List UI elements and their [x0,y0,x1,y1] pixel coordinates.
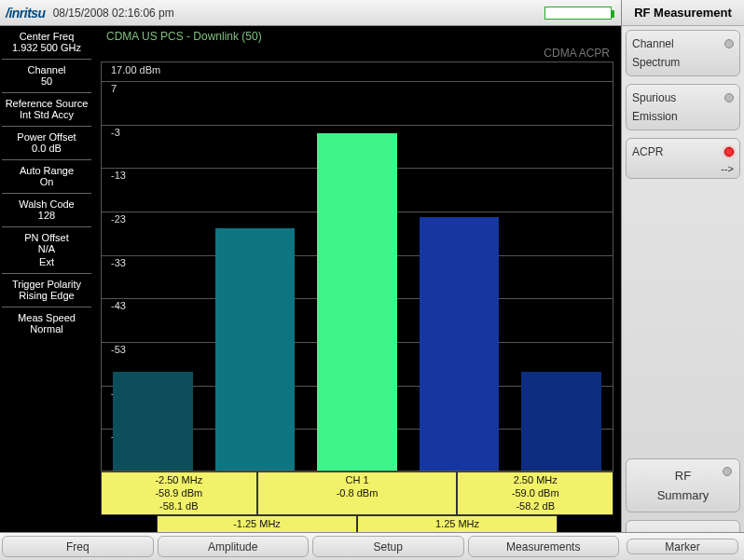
param-reference-source: Reference SourceInt Std Accy [0,93,93,126]
param-power-offset: Power Offset0.0 dB [0,127,93,159]
bottom-menu-right: Marker [621,532,744,560]
bar--2.50 MHz [113,372,192,471]
summary-label: Summary [632,488,734,502]
param-auto-range: Auto RangeOn [0,160,93,193]
channel-label: Channel [632,37,674,50]
bar-CH 1 [317,133,396,471]
amplitude-button[interactable]: Amplitude [158,536,310,557]
param-walsh-code: Walsh Code128 [0,194,93,226]
datetime-label: 08/15/2008 02:16:06 pm [53,7,544,20]
acpr-button[interactable]: ACPR --> [626,138,740,179]
led-icon [724,39,734,48]
chart: 17.00 dBm 7-3-13-23-33-43-53-63-73 [101,61,613,471]
spectrum-label: Spectrum [632,56,680,69]
freq-button[interactable]: Freq [2,536,154,557]
rf-summary-button[interactable]: RF Summary [626,458,740,512]
bar-1.25 MHz [420,217,499,471]
parameter-panel: Center Freq1.932 500 GHz Channel50 Refer… [0,26,93,532]
chart-grid: 17.00 dBm 7-3-13-23-33-43-53-63-73 [101,61,613,471]
led-icon [723,467,732,476]
cell-lower-adj: -2.50 MHz-58.9 dBm-58.1 dB [101,471,257,515]
table-row: -2.50 MHz-58.9 dBm-58.1 dB CH 1-0.8 dBm … [101,471,613,515]
param-trigger-polarity: Trigger PolarityRising Edge [0,274,93,307]
chart-bars [102,62,613,471]
led-active-icon [724,147,734,157]
param-center-freq: Center Freq1.932 500 GHz [0,26,93,59]
channel-spectrum-button[interactable]: Channel Spectrum [626,30,740,76]
soft-key-header: RF Measurement [622,0,744,26]
bar-2.50 MHz [521,372,600,471]
marker-button[interactable]: Marker [627,539,738,554]
bottom-menu: Freq Amplitude Setup Measurements [0,532,621,560]
setup-button[interactable]: Setup [312,536,464,557]
measurement-mode-label: CDMA ACPR [544,47,610,60]
measurements-button[interactable]: Measurements [468,536,620,557]
param-channel: Channel50 [0,60,93,92]
arrow-icon: --> [632,161,734,174]
plot-title: CDMA US PCS - Downlink (50) [106,30,262,43]
spurious-label: Spurious [632,91,676,104]
acpr-label: ACPR [632,145,663,158]
rf-label: RF [632,469,734,483]
cell-main-ch: CH 1-0.8 dBm [257,471,458,515]
led-icon [724,93,734,102]
param-meas-speed: Meas SpeedNormal [0,307,93,340]
spurious-emission-button[interactable]: Spurious Emission [626,84,740,130]
soft-key-panel: RF Measurement Channel Spectrum Spurious… [621,0,744,560]
param-ext: Ext [0,256,93,273]
cell-upper-adj: 2.50 MHz-59.0 dBm-58.2 dB [457,471,613,515]
param-pn-offset: PN OffsetN/A [0,227,93,260]
title-bar: /inritsu 08/15/2008 02:16:06 pm [0,0,621,26]
vendor-logo: /inritsu [6,6,46,20]
plot-area: CDMA US PCS - Downlink (50) CDMA ACPR 17… [93,26,621,532]
battery-icon [544,7,612,20]
emission-label: Emission [632,110,678,123]
bar--1.25 MHz [215,228,295,471]
